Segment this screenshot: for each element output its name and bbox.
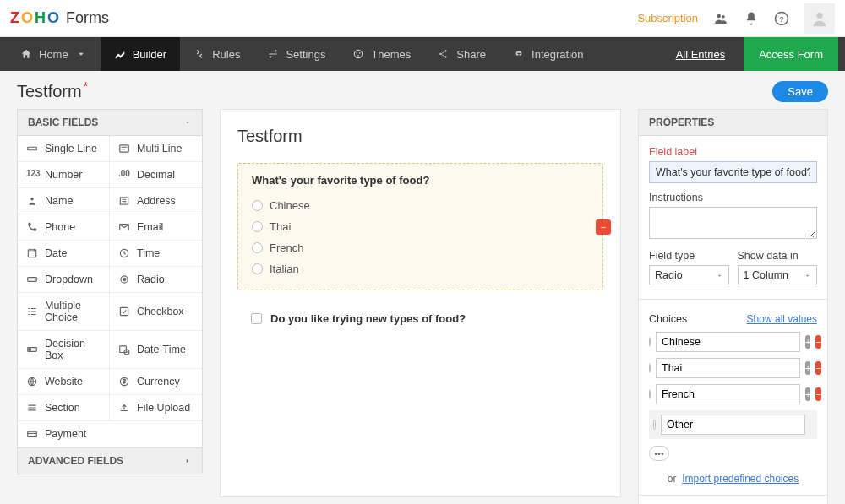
show-data-in-label: Show data in bbox=[738, 250, 818, 262]
field-type-value: Radio bbox=[655, 269, 683, 281]
nav-builder[interactable]: Builder bbox=[101, 37, 180, 71]
radio-icon[interactable] bbox=[653, 420, 656, 430]
q1-option-1[interactable]: Thai bbox=[252, 216, 589, 237]
date-icon bbox=[26, 247, 38, 259]
field-currency[interactable]: Currency bbox=[110, 369, 202, 395]
avatar[interactable] bbox=[804, 3, 835, 34]
q1-option-2[interactable]: French bbox=[252, 237, 589, 258]
add-choice-button[interactable]: + bbox=[805, 361, 810, 375]
show-all-values-link[interactable]: Show all values bbox=[747, 313, 817, 325]
field-type-select[interactable]: Radio bbox=[649, 265, 729, 285]
delete-field-button[interactable]: − bbox=[596, 219, 611, 235]
field-email[interactable]: Email bbox=[110, 214, 202, 241]
chevron-down-icon bbox=[804, 272, 811, 279]
payment-icon bbox=[26, 428, 38, 440]
show-data-in-select[interactable]: 1 Column bbox=[738, 265, 818, 285]
svg-point-23 bbox=[123, 278, 126, 281]
field-label-label: Field label bbox=[649, 146, 817, 158]
import-predefined-link[interactable]: Import predefined choices bbox=[682, 473, 799, 485]
delete-choice-button[interactable]: − bbox=[815, 361, 820, 375]
all-entries-link[interactable]: All Entries bbox=[668, 48, 734, 61]
more-choices-button[interactable]: ••• bbox=[649, 446, 669, 461]
logo[interactable]: Z O H O Forms bbox=[10, 9, 109, 27]
choice-row-0: + − bbox=[649, 332, 817, 352]
save-button[interactable]: Save bbox=[772, 81, 828, 102]
access-form-button[interactable]: Access Form bbox=[744, 37, 838, 71]
advanced-fields-header[interactable]: ADVANCED FIELDS bbox=[18, 447, 202, 474]
add-choice-button[interactable]: + bbox=[805, 335, 810, 349]
nav-themes[interactable]: Themes bbox=[339, 37, 424, 71]
nav-integration[interactable]: Integration bbox=[499, 37, 597, 71]
sidebar: BASIC FIELDS Single Line Multi Line 123N… bbox=[17, 109, 203, 474]
radio-icon[interactable] bbox=[649, 363, 651, 373]
choice-input-other[interactable] bbox=[661, 415, 805, 435]
address-icon bbox=[118, 195, 130, 207]
show-data-in-value: 1 Column bbox=[744, 269, 789, 281]
field-multi-line[interactable]: Multi Line bbox=[110, 136, 202, 162]
field-label: File Upload bbox=[137, 402, 190, 414]
field-section[interactable]: Section bbox=[18, 395, 110, 421]
currency-icon bbox=[118, 376, 130, 387]
form-field-q2[interactable]: Do you like trying new types of food? bbox=[237, 302, 603, 335]
basic-fields-header[interactable]: BASIC FIELDS bbox=[18, 110, 202, 136]
field-name[interactable]: Name bbox=[18, 188, 110, 214]
nav-settings[interactable]: Settings bbox=[254, 37, 339, 71]
checkbox-icon bbox=[251, 313, 262, 324]
chevron-down-icon bbox=[75, 48, 87, 60]
top-bar: Z O H O Forms Subscription ? bbox=[0, 0, 845, 37]
add-choice-button[interactable]: + bbox=[805, 387, 810, 401]
field-file-upload[interactable]: File Upload bbox=[110, 395, 202, 421]
dropdown-icon bbox=[26, 274, 38, 285]
nav-rules[interactable]: Rules bbox=[180, 37, 254, 71]
radio-icon[interactable] bbox=[649, 337, 651, 347]
form-field-q1[interactable]: What's your favorite type of food? Chine… bbox=[237, 163, 603, 290]
choice-row-2: + − bbox=[649, 384, 817, 404]
field-phone[interactable]: Phone bbox=[18, 214, 110, 241]
chevron-down-icon bbox=[183, 118, 192, 127]
field-checkbox[interactable]: Checkbox bbox=[110, 293, 202, 331]
instructions-input[interactable] bbox=[649, 207, 817, 239]
field-number[interactable]: 123Number bbox=[18, 162, 110, 188]
divider bbox=[639, 299, 827, 300]
field-label: Radio bbox=[137, 274, 165, 285]
field-date[interactable]: Date bbox=[18, 241, 110, 267]
svg-text:?: ? bbox=[779, 14, 784, 23]
form-title-text: Testform bbox=[17, 82, 82, 100]
field-decimal[interactable]: .00Decimal bbox=[110, 162, 202, 188]
field-payment[interactable]: Payment bbox=[18, 421, 202, 447]
choice-input-2[interactable] bbox=[656, 384, 800, 404]
bell-icon[interactable] bbox=[744, 11, 759, 26]
time-icon bbox=[118, 247, 130, 259]
subscription-link[interactable]: Subscription bbox=[637, 12, 698, 24]
logo-o2: O bbox=[47, 9, 59, 27]
delete-choice-button[interactable]: − bbox=[815, 335, 820, 349]
help-icon[interactable]: ? bbox=[774, 11, 789, 26]
field-radio[interactable]: Radio bbox=[110, 267, 202, 293]
field-multiple-choice[interactable]: Multiple Choice bbox=[18, 293, 110, 331]
field-website[interactable]: Website bbox=[18, 369, 110, 395]
field-date-time[interactable]: Date-Time bbox=[110, 331, 202, 369]
choice-input-0[interactable] bbox=[656, 332, 800, 352]
q1-option-0[interactable]: Chinese bbox=[252, 195, 589, 216]
field-dropdown[interactable]: Dropdown bbox=[18, 267, 110, 293]
radio-icon bbox=[252, 221, 263, 232]
validation-section: Validation Mandatory bbox=[639, 495, 827, 504]
logo-h: H bbox=[35, 9, 46, 27]
integration-icon bbox=[513, 48, 525, 60]
svg-point-0 bbox=[717, 14, 722, 18]
nav-share[interactable]: Share bbox=[424, 37, 499, 71]
field-decision-box[interactable]: Decision Box bbox=[18, 331, 110, 369]
choice-input-1[interactable] bbox=[656, 358, 800, 378]
q1-option-3[interactable]: Italian bbox=[252, 258, 589, 279]
field-time[interactable]: Time bbox=[110, 241, 202, 267]
radio-icon[interactable] bbox=[649, 389, 651, 399]
delete-choice-button[interactable]: − bbox=[815, 387, 820, 401]
phone-icon bbox=[26, 221, 38, 233]
field-address[interactable]: Address bbox=[110, 188, 202, 214]
chevron-down-icon bbox=[716, 272, 723, 279]
users-icon[interactable] bbox=[713, 11, 728, 26]
field-single-line[interactable]: Single Line bbox=[18, 136, 110, 162]
field-label-input[interactable] bbox=[649, 161, 817, 183]
nav-home[interactable]: Home bbox=[7, 37, 101, 71]
main: BASIC FIELDS Single Line Multi Line 123N… bbox=[0, 109, 845, 504]
